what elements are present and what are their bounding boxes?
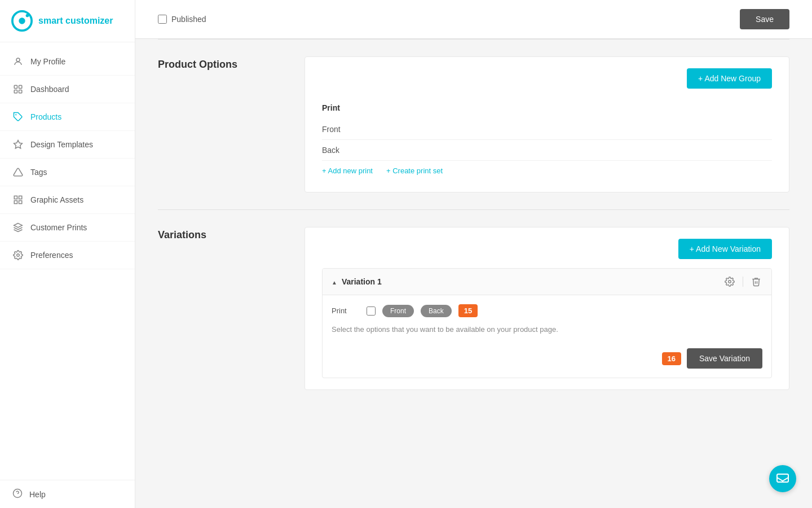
dashboard-icon — [12, 84, 24, 95]
top-bar: Published Save — [135, 0, 812, 39]
variation-badge-16: 16 — [662, 352, 681, 365]
svg-point-3 — [16, 58, 20, 62]
svg-marker-13 — [14, 224, 23, 228]
print-option-back: Back — [322, 140, 772, 161]
logo-text: smart customizer — [38, 16, 113, 26]
print-group: Print Front Back + Add new print + Creat… — [322, 98, 772, 181]
product-options-header: + Add New Group — [322, 68, 772, 89]
variation-settings-button[interactable] — [723, 275, 736, 288]
sidebar-item-help[interactable]: Help — [0, 480, 135, 508]
sidebar-item-label: Tags — [30, 168, 47, 177]
published-label: Published — [171, 15, 206, 24]
back-tag[interactable]: Back — [421, 305, 452, 317]
grid-icon — [12, 194, 24, 205]
product-options-content: + Add New Group Print Front Back + Add n… — [304, 56, 789, 192]
product-options-section: Product Options + Add New Group Print Fr… — [135, 40, 812, 209]
sidebar-item-label: Preferences — [30, 251, 73, 260]
triangle-icon — [12, 167, 24, 178]
print-actions: + Add new print + Create print set — [322, 161, 772, 175]
variation-1-body: Print Front Back 15 Select the options t… — [323, 295, 771, 378]
svg-point-2 — [26, 14, 29, 17]
layers-icon — [12, 222, 24, 233]
sidebar-item-design-templates[interactable]: Design Templates — [0, 131, 135, 159]
variation-delete-button[interactable] — [750, 275, 762, 288]
front-tag[interactable]: Front — [382, 305, 414, 317]
svg-rect-11 — [14, 201, 17, 204]
variation-hint: Select the options that you want to be a… — [332, 325, 762, 334]
product-options-label: Product Options — [158, 56, 304, 192]
sidebar-item-label: Products — [30, 112, 61, 121]
print-group-label: Print — [322, 103, 772, 112]
svg-point-14 — [17, 254, 20, 257]
svg-rect-7 — [19, 90, 22, 93]
create-print-set-link[interactable]: + Create print set — [386, 167, 443, 175]
variations-header: + Add New Variation — [322, 239, 772, 259]
main-content: Published Save Product Options + Add New… — [135, 0, 812, 508]
variations-label: Variations — [158, 227, 304, 390]
sidebar-item-preferences[interactable]: Preferences — [0, 242, 135, 269]
save-button[interactable]: Save — [740, 9, 789, 29]
variation-1-item: Variation 1 Print — [322, 268, 772, 378]
print-option-front: Front — [322, 119, 772, 140]
svg-point-1 — [19, 17, 25, 24]
save-variation-button[interactable]: Save Variation — [687, 348, 762, 369]
add-new-variation-button[interactable]: + Add New Variation — [678, 239, 772, 259]
variation-1-title: Variation 1 — [332, 277, 382, 286]
logo-area: smart customizer — [0, 0, 135, 42]
print-checkbox[interactable] — [367, 306, 376, 316]
sidebar-item-dashboard[interactable]: Dashboard — [0, 76, 135, 103]
variations-section: Variations + Add New Variation Variation… — [135, 210, 812, 407]
variation-1-footer: 16 Save Variation — [332, 343, 762, 369]
add-new-print-link[interactable]: + Add new print — [322, 167, 373, 175]
sidebar-item-label: My Profile — [30, 57, 65, 66]
svg-rect-4 — [14, 85, 17, 88]
svg-rect-9 — [14, 196, 17, 199]
variations-content: + Add New Variation Variation 1 — [304, 227, 789, 390]
svg-point-8 — [15, 114, 16, 115]
sidebar-item-label: Graphic Assets — [30, 195, 83, 204]
sidebar-nav: My Profile Dashboard Products Design Tem… — [0, 42, 135, 480]
published-checkbox[interactable] — [158, 15, 167, 24]
gear-icon — [12, 249, 24, 261]
logo-icon — [11, 10, 33, 32]
help-label: Help — [29, 490, 46, 499]
print-row-label: Print — [332, 306, 360, 315]
sidebar-item-tags[interactable]: Tags — [0, 159, 135, 186]
chat-fab-button[interactable] — [769, 465, 796, 492]
svg-point-17 — [729, 281, 731, 283]
svg-rect-5 — [19, 85, 22, 88]
add-new-group-button[interactable]: + Add New Group — [687, 68, 772, 89]
sidebar: smart customizer My Profile Dashboard Pr… — [0, 0, 135, 508]
design-icon — [12, 139, 24, 150]
sidebar-item-graphic-assets[interactable]: Graphic Assets — [0, 186, 135, 214]
svg-rect-6 — [14, 90, 17, 93]
variation-1-print-row: Print Front Back 15 — [332, 304, 762, 317]
chevron-up-icon — [332, 277, 337, 286]
variation-badge-15: 15 — [458, 304, 478, 317]
user-icon — [12, 56, 24, 67]
sidebar-item-products[interactable]: Products — [0, 103, 135, 131]
svg-rect-10 — [19, 196, 22, 199]
tag-icon — [12, 111, 24, 122]
sidebar-item-customer-prints[interactable]: Customer Prints — [0, 214, 135, 242]
variation-1-header: Variation 1 — [323, 269, 771, 295]
variation-1-actions — [723, 275, 762, 288]
variation-separator — [743, 277, 743, 287]
sidebar-item-label: Dashboard — [30, 85, 69, 94]
sidebar-item-label: Customer Prints — [30, 223, 87, 232]
published-row: Published — [158, 15, 206, 24]
sidebar-item-my-profile[interactable]: My Profile — [0, 48, 135, 76]
sidebar-item-label: Design Templates — [30, 140, 93, 149]
help-icon — [12, 488, 23, 500]
svg-rect-12 — [19, 201, 22, 204]
